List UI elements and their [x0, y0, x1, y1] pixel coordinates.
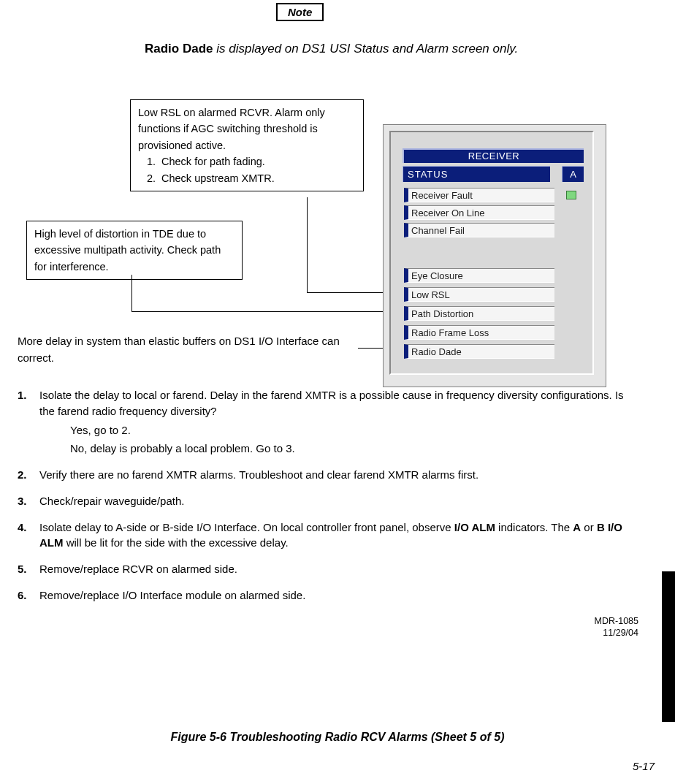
step-1: 1. Isolate the delay to local or farend.… — [18, 387, 638, 457]
step-6-text: Remove/replace I/O Interface module on a… — [39, 587, 638, 604]
item-receiver-online: Receiver On Line — [404, 205, 554, 220]
step-5: 5. Remove/replace RCVR on alarmed side. — [18, 561, 638, 577]
step-5-text: Remove/replace RCVR on alarmed side. — [39, 561, 638, 577]
step-3: 3. Check/repair waveguide/path. — [18, 493, 638, 509]
callout-low-rsl: Low RSL on alarmed RCVR. Alarm only func… — [130, 99, 364, 191]
note-bold: Radio Dade — [145, 42, 213, 56]
panel-header: RECEIVER — [403, 148, 584, 163]
step-1-no: No, delay is probably a local problem. G… — [70, 441, 638, 457]
leader-line — [307, 197, 308, 292]
step-4-text: Isolate delay to A-side or B-side I/O In… — [39, 520, 638, 552]
status-label: STATUS — [403, 166, 550, 182]
page-edge-tab — [662, 571, 675, 722]
step-num: 3. — [18, 493, 39, 509]
leader-line — [131, 311, 387, 312]
t: indicators. The — [495, 521, 573, 533]
t: A — [573, 521, 581, 533]
step-1-yes: Yes, go to 2. — [70, 422, 638, 438]
doc-id-line2: 11/29/04 — [595, 627, 638, 639]
t: I/O ALM — [454, 521, 495, 533]
item-receiver-fault: Receiver Fault — [404, 188, 554, 202]
item-channel-fail: Channel Fail — [404, 223, 554, 237]
doc-id: MDR-1085 11/29/04 — [595, 615, 638, 639]
step-num: 5. — [18, 561, 39, 577]
t: will be lit for the side with the excess… — [64, 536, 289, 549]
item-radio-frame-loss: Radio Frame Loss — [404, 325, 554, 340]
step-6: 6. Remove/replace I/O Interface module o… — [18, 587, 638, 604]
t: Isolate delay to A-side or B-side I/O In… — [39, 521, 454, 533]
step-num: 6. — [18, 587, 39, 604]
item-eye-closure: Eye Closure — [404, 268, 554, 283]
page-number: 5-17 — [633, 760, 655, 772]
step-2: 2. Verify there are no farend XMTR alarm… — [18, 467, 638, 483]
panel-inner: RECEIVER STATUS A Receiver Fault Receive… — [389, 131, 594, 375]
led-receiver-fault — [566, 191, 576, 199]
leader-line — [307, 292, 387, 293]
note-label: Note — [288, 6, 312, 18]
note-rest: is displayed on DS1 USI Status and Alarm… — [213, 42, 519, 56]
callout-low-rsl-item2: Check upstream XMTR. — [159, 170, 356, 186]
more-delay-text: More delay in system than elastic buffer… — [18, 332, 354, 367]
status-row: STATUS A — [403, 166, 584, 182]
callout-low-rsl-intro: Low RSL on alarmed RCVR. Alarm only func… — [138, 104, 356, 153]
steps-list: 1. Isolate the delay to local or farend.… — [18, 387, 638, 614]
note-label-box: Note — [276, 3, 324, 21]
callout-low-rsl-item1: Check for path fading. — [159, 153, 356, 170]
more-delay-content: More delay in system than elastic buffer… — [18, 335, 340, 364]
t: or — [581, 521, 597, 533]
note-text: Radio Dade is displayed on DS1 USI Statu… — [145, 40, 518, 58]
step-4: 4. Isolate delay to A-side or B-side I/O… — [18, 520, 638, 552]
item-radio-dade: Radio Dade — [404, 344, 554, 359]
receiver-panel: RECEIVER STATUS A Receiver Fault Receive… — [383, 124, 606, 387]
step-num: 4. — [18, 520, 39, 552]
callout-path-distortion-text: High level of distortion in TDE due to e… — [34, 228, 221, 273]
step-num: 1. — [18, 387, 39, 457]
callout-path-distortion: High level of distortion in TDE due to e… — [26, 221, 243, 280]
status-column-a: A — [562, 166, 584, 182]
step-num: 2. — [18, 467, 39, 483]
item-low-rsl: Low RSL — [404, 287, 554, 302]
item-path-distortion: Path Distortion — [404, 306, 554, 321]
step-3-text: Check/repair waveguide/path. — [39, 493, 638, 509]
step-1-text: Isolate the delay to local or farend. De… — [39, 389, 624, 417]
figure-caption: Figure 5-6 Troubleshooting Radio RCV Ala… — [0, 731, 675, 744]
doc-id-line1: MDR-1085 — [595, 615, 638, 627]
leader-line — [131, 275, 132, 311]
step-2-text: Verify there are no farend XMTR alarms. … — [39, 467, 638, 483]
